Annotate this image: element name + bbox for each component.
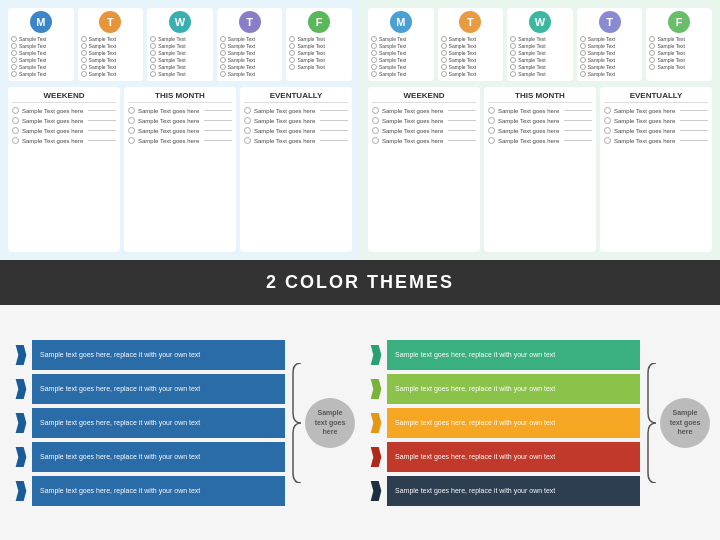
- checklist-item-2: Sample text goes here, replace it with y…: [10, 374, 285, 404]
- weekend-section-right: WEEKEND Sample Text goes here Sample Tex…: [368, 87, 480, 252]
- brace-left: Sampletext goeshere: [291, 363, 355, 483]
- svg-marker-0: [16, 345, 27, 365]
- checklist-item-r3: Sample text goes here, replace it with y…: [365, 408, 640, 438]
- svg-marker-1: [16, 379, 27, 399]
- checklist-text-r4: Sample text goes here, replace it with y…: [395, 452, 555, 461]
- svg-marker-6: [371, 379, 382, 399]
- day-header-f: F: [308, 11, 330, 33]
- thismonth-section-left: THIS MONTH Sample Text goes here Sample …: [124, 87, 236, 252]
- check-arrow-r3: [365, 408, 387, 438]
- check-arrow-5: [10, 476, 32, 506]
- checklist-text-2: Sample text goes here, replace it with y…: [40, 384, 200, 393]
- day-header-t2-right: T: [599, 11, 621, 33]
- day-col-w-right: W Sample Text Sample Text Sample Text Sa…: [507, 8, 573, 81]
- check-bar-r4: Sample text goes here, replace it with y…: [387, 442, 640, 472]
- checklist-text-5: Sample text goes here, replace it with y…: [40, 486, 200, 495]
- thismonth-title-right: THIS MONTH: [488, 91, 592, 103]
- day-col-t2-right: T Sample Text Sample Text Sample Text Sa…: [577, 8, 643, 81]
- sample-circle-right: Sampletext goeshere: [660, 398, 710, 448]
- day-col-f-left: F Sample Text Sample Text Sample Text Sa…: [286, 8, 352, 81]
- svg-marker-4: [16, 481, 27, 501]
- checklist-text-3: Sample text goes here, replace it with y…: [40, 418, 200, 427]
- thismonth-title-left: THIS MONTH: [128, 91, 232, 103]
- svg-marker-2: [16, 413, 27, 433]
- svg-marker-9: [371, 481, 382, 501]
- brace-right: Sampletext goeshere: [646, 363, 710, 483]
- day-header-m-right: M: [390, 11, 412, 33]
- day-col-t-left: T Sample Text Sample Text Sample Text Sa…: [78, 8, 144, 81]
- day-header-t: T: [99, 11, 121, 33]
- checklist-text-r2: Sample text goes here, replace it with y…: [395, 384, 555, 393]
- checklist-item-r5: Sample text goes here, replace it with y…: [365, 476, 640, 506]
- check-arrow-2: [10, 374, 32, 404]
- day-col-m-right: M Sample Text Sample Text Sample Text Sa…: [368, 8, 434, 81]
- svg-marker-3: [16, 447, 27, 467]
- check-bar-r3: Sample text goes here, replace it with y…: [387, 408, 640, 438]
- checklist-item-1: Sample text goes here, replace it with y…: [10, 340, 285, 370]
- check-bar-1: Sample text goes here, replace it with y…: [32, 340, 285, 370]
- check-bar-5: Sample text goes here, replace it with y…: [32, 476, 285, 506]
- eventually-section-right: EVENTUALLY Sample Text goes here Sample …: [600, 87, 712, 252]
- checklist-text-r3: Sample text goes here, replace it with y…: [395, 418, 555, 427]
- weekend-title-right: WEEKEND: [372, 91, 476, 103]
- day-header-w-right: W: [529, 11, 551, 33]
- checklist-item-r2: Sample text goes here, replace it with y…: [365, 374, 640, 404]
- check-arrow-3: [10, 408, 32, 438]
- bottom-row-left: WEEKEND Sample Text goes here Sample Tex…: [8, 87, 352, 252]
- top-half: M Sample Text Sample Text Sample Text Sa…: [0, 0, 720, 260]
- check-arrow-4: [10, 442, 32, 472]
- day-col-w-left: W Sample Text Sample Text Sample Text Sa…: [147, 8, 213, 81]
- svg-marker-7: [371, 413, 382, 433]
- checklist-item-r1: Sample text goes here, replace it with y…: [365, 340, 640, 370]
- checklist-item-r4: Sample text goes here, replace it with y…: [365, 442, 640, 472]
- day-col-m-left: M Sample Text Sample Text Sample Text Sa…: [8, 8, 74, 81]
- bottom-right-section: Sample text goes here, replace it with y…: [365, 315, 710, 530]
- eventually-section-left: EVENTUALLY Sample Text goes here Sample …: [240, 87, 352, 252]
- day-header-w: W: [169, 11, 191, 33]
- eventually-title-right: EVENTUALLY: [604, 91, 708, 103]
- check-bar-4: Sample text goes here, replace it with y…: [32, 442, 285, 472]
- day-header-f-right: F: [668, 11, 690, 33]
- day-header-m: M: [30, 11, 52, 33]
- center-banner: 2 COLOR THEMES: [0, 260, 720, 305]
- day-header-t2: T: [239, 11, 261, 33]
- checklist-item-3: Sample text goes here, replace it with y…: [10, 408, 285, 438]
- checklist-text-r5: Sample text goes here, replace it with y…: [395, 486, 555, 495]
- day-col-t2-left: T Sample Text Sample Text Sample Text Sa…: [217, 8, 283, 81]
- checklist-item-4: Sample text goes here, replace it with y…: [10, 442, 285, 472]
- check-arrow-1: [10, 340, 32, 370]
- check-bar-r5: Sample text goes here, replace it with y…: [387, 476, 640, 506]
- thismonth-section-right: THIS MONTH Sample Text goes here Sample …: [484, 87, 596, 252]
- checklist-blue: Sample text goes here, replace it with y…: [10, 340, 285, 506]
- day-col-f-right: F Sample Text Sample Text Sample Text Sa…: [646, 8, 712, 81]
- weekend-section-left: WEEKEND Sample Text goes here Sample Tex…: [8, 87, 120, 252]
- check-bar-2: Sample text goes here, replace it with y…: [32, 374, 285, 404]
- days-row-right: M Sample Text Sample Text Sample Text Sa…: [368, 8, 712, 81]
- planner-left: M Sample Text Sample Text Sample Text Sa…: [0, 0, 360, 260]
- day-col-t-right: T Sample Text Sample Text Sample Text Sa…: [438, 8, 504, 81]
- checklist-item-5: Sample text goes here, replace it with y…: [10, 476, 285, 506]
- checklist-text-1: Sample text goes here, replace it with y…: [40, 350, 200, 359]
- bottom-half: Sample text goes here, replace it with y…: [0, 305, 720, 540]
- bottom-row-right: WEEKEND Sample Text goes here Sample Tex…: [368, 87, 712, 252]
- day-header-t-right: T: [459, 11, 481, 33]
- weekend-title-left: WEEKEND: [12, 91, 116, 103]
- planner-right: M Sample Text Sample Text Sample Text Sa…: [360, 0, 720, 260]
- banner-title: 2 COLOR THEMES: [266, 272, 454, 292]
- bottom-left-section: Sample text goes here, replace it with y…: [10, 315, 355, 530]
- main-container: M Sample Text Sample Text Sample Text Sa…: [0, 0, 720, 540]
- checklist-multi: Sample text goes here, replace it with y…: [365, 340, 640, 506]
- svg-marker-8: [371, 447, 382, 467]
- sample-circle-left: Sampletext goeshere: [305, 398, 355, 448]
- eventually-title-left: EVENTUALLY: [244, 91, 348, 103]
- check-arrow-r2: [365, 374, 387, 404]
- check-arrow-r5: [365, 476, 387, 506]
- check-arrow-r1: [365, 340, 387, 370]
- svg-marker-5: [371, 345, 382, 365]
- days-row-left: M Sample Text Sample Text Sample Text Sa…: [8, 8, 352, 81]
- check-arrow-r4: [365, 442, 387, 472]
- check-bar-r1: Sample text goes here, replace it with y…: [387, 340, 640, 370]
- checklist-text-r1: Sample text goes here, replace it with y…: [395, 350, 555, 359]
- check-bar-r2: Sample text goes here, replace it with y…: [387, 374, 640, 404]
- check-bar-3: Sample text goes here, replace it with y…: [32, 408, 285, 438]
